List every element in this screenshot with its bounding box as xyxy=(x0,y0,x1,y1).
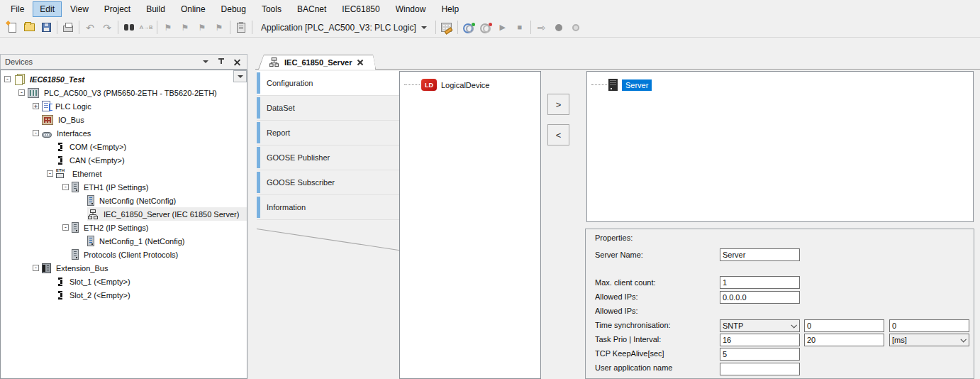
bookmark-next-icon[interactable]: ⚑ xyxy=(177,20,194,35)
expand-toggle[interactable]: - xyxy=(62,184,69,190)
tree-item-can[interactable]: CAN (<Empty>) xyxy=(1,153,247,167)
window-position-icon[interactable] xyxy=(200,57,211,67)
task-prio-input[interactable] xyxy=(720,334,800,346)
server-node[interactable]: Server xyxy=(591,79,973,91)
properties-title: Properties: xyxy=(595,234,633,242)
bookmark-toggle-icon[interactable]: ⚑ xyxy=(160,20,177,35)
tree-item-plc-logic[interactable]: + PLC Logic xyxy=(1,99,247,113)
menu-file[interactable]: File xyxy=(4,1,31,17)
expand-toggle[interactable]: - xyxy=(47,170,53,177)
menu-build[interactable]: Build xyxy=(139,1,172,17)
tab-goose-subscriber[interactable]: GOOSE Subscriber xyxy=(257,170,399,195)
tree-item-slot1[interactable]: Slot_1 (<Empty>) xyxy=(1,275,247,288)
server-icon xyxy=(608,79,618,91)
move-right-button[interactable]: > xyxy=(547,94,569,115)
menu-edit[interactable]: Edit xyxy=(33,1,62,17)
interval-input[interactable] xyxy=(804,334,884,346)
allowed-ips-label: Allowed IPs: xyxy=(595,292,638,301)
step-over-icon[interactable]: ⇨ xyxy=(533,20,550,35)
pin-icon[interactable] xyxy=(216,57,227,67)
find-icon[interactable] xyxy=(121,20,138,35)
tree-item-slot2[interactable]: Slot_2 (<Empty>) xyxy=(1,288,247,302)
open-project-icon[interactable] xyxy=(21,20,38,35)
interval-unit-dropdown[interactable]: [ms] xyxy=(889,334,969,346)
tree-item-interfaces[interactable]: - Interfaces xyxy=(1,126,247,140)
tree-filter-dropdown[interactable] xyxy=(233,70,247,82)
application-selector[interactable]: Application [PLC_AC500_V3: PLC Logic] xyxy=(256,21,432,34)
menu-window[interactable]: Window xyxy=(389,1,433,17)
move-left-button[interactable]: < xyxy=(547,124,569,145)
expand-toggle[interactable]: - xyxy=(33,265,39,271)
menu-debug[interactable]: Debug xyxy=(214,1,253,17)
tab-dataset[interactable]: DataSet xyxy=(257,96,399,121)
allowed-ips-input[interactable] xyxy=(720,291,800,304)
eth-adapter-icon xyxy=(72,182,79,192)
close-icon[interactable] xyxy=(231,57,243,67)
tab-information[interactable]: Information xyxy=(257,195,399,220)
run-icon[interactable]: ▶ xyxy=(494,20,511,35)
menu-view[interactable]: View xyxy=(63,1,96,17)
menu-bacnet[interactable]: BACnet xyxy=(290,1,333,17)
tree-item-com[interactable]: COM (<Empty>) xyxy=(1,140,247,153)
tree-item-netconfig[interactable]: NetConfig (NetConfig) xyxy=(1,194,247,207)
tree-item-plc[interactable]: - PLC_AC500_V3 (PM5650-2ETH - TB5620-2ET… xyxy=(1,86,247,99)
build-icon[interactable] xyxy=(438,20,455,35)
tree-item-project[interactable]: - IEC61850_Test xyxy=(1,72,247,86)
tab-goose-publisher[interactable]: GOOSE Publisher xyxy=(257,145,399,170)
project-icon xyxy=(13,74,25,85)
open-folder-glyph xyxy=(24,23,35,31)
bookmark-clear-icon[interactable]: ⚑ xyxy=(211,20,228,35)
tab-report[interactable]: Report xyxy=(257,121,399,145)
login-icon[interactable] xyxy=(460,20,477,35)
interfaces-connector-icon xyxy=(42,132,52,138)
menu-project[interactable]: Project xyxy=(97,1,138,17)
server-name-input[interactable] xyxy=(720,248,800,261)
time-sync-field2-input[interactable] xyxy=(804,319,884,332)
user-app-input[interactable] xyxy=(720,363,800,375)
menu-help[interactable]: Help xyxy=(434,1,466,17)
keepalive-input[interactable] xyxy=(720,348,800,361)
tree-item-ethernet[interactable]: - ETH Ethernet xyxy=(1,167,247,180)
expand-toggle[interactable]: - xyxy=(33,130,39,136)
paste-icon[interactable] xyxy=(233,20,250,35)
time-sync-dropdown[interactable]: SNTP xyxy=(720,319,800,332)
menu-tools[interactable]: Tools xyxy=(255,1,289,17)
new-file-icon[interactable] xyxy=(4,20,21,35)
logout-icon[interactable] xyxy=(477,20,494,35)
redo-icon[interactable]: ↷ xyxy=(99,20,116,35)
protocols-icon xyxy=(72,249,79,260)
tree-item-io-bus[interactable]: IO_Bus xyxy=(1,113,247,126)
tree-item-iec61850-server[interactable]: IEC_61850_Server (IEC 61850 Server) xyxy=(1,207,247,221)
tree-item-extension-bus[interactable]: - Extension_Bus xyxy=(1,261,247,275)
bookmark-previous-icon[interactable]: ⚑ xyxy=(194,20,211,35)
menu-online[interactable]: Online xyxy=(174,1,213,17)
undo-icon[interactable]: ↶ xyxy=(82,20,99,35)
menu-iec61850[interactable]: IEC61850 xyxy=(335,1,386,17)
expand-toggle[interactable]: - xyxy=(4,76,11,82)
save-icon[interactable] xyxy=(38,20,55,35)
expand-toggle[interactable]: + xyxy=(33,103,39,109)
tab-configuration[interactable]: Configuration xyxy=(257,71,399,96)
tree-item-label: PLC_AC500_V3 (PM5650-2ETH - TB5620-2ETH) xyxy=(42,88,219,98)
properties-panel: Properties: Server Name: Max. client cou… xyxy=(585,229,974,379)
tree-item-eth1[interactable]: - ETH1 (IP Settings) xyxy=(1,180,247,194)
expand-toggle[interactable]: - xyxy=(62,224,69,231)
logical-device-node[interactable]: LD LogicalDevice xyxy=(404,79,540,91)
tree-item-label: IEC_61850_Server (IEC 61850 Server) xyxy=(101,209,241,219)
tree-item-netconfig1[interactable]: NetConfig_1 (NetConfig) xyxy=(1,234,247,248)
tree-item-protocols[interactable]: Protocols (Client Protocols) xyxy=(1,248,247,261)
time-sync-field3-input[interactable] xyxy=(889,319,969,332)
close-glyph xyxy=(234,59,240,65)
tree-item-eth2[interactable]: - ETH2 (IP Settings) xyxy=(1,221,247,234)
breakpoint-toggle-icon[interactable] xyxy=(550,20,567,35)
execution-point-icon[interactable] xyxy=(567,20,584,35)
expand-toggle[interactable]: - xyxy=(18,89,25,96)
print-icon[interactable] xyxy=(60,20,77,35)
tree-item-label: NetConfig_1 (NetConfig) xyxy=(97,236,186,246)
max-client-input[interactable] xyxy=(720,276,800,289)
editor-tab[interactable]: IEC_61850_Server xyxy=(258,55,376,70)
replace-icon[interactable]: A→B xyxy=(138,20,155,35)
stop-icon[interactable]: ■ xyxy=(511,20,528,35)
execution-point-glyph xyxy=(572,24,579,31)
tab-close-icon[interactable] xyxy=(357,60,363,65)
